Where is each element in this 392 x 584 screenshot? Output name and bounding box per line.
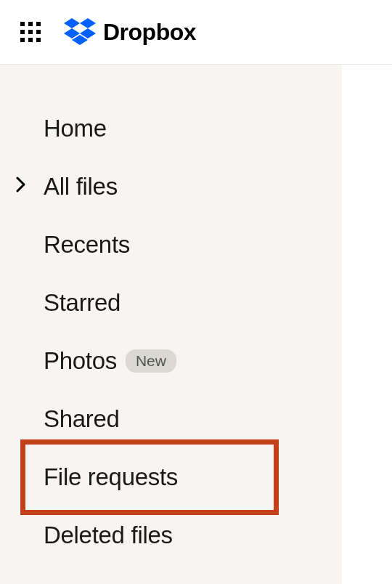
new-badge: New <box>126 349 176 373</box>
sidebar-item-label: Starred <box>44 289 121 317</box>
sidebar-item-label: File requests <box>44 463 178 491</box>
dropbox-glyph-icon <box>64 18 96 46</box>
sidebar-item-shared[interactable]: Shared <box>0 390 342 448</box>
sidebar-item-photos[interactable]: Photos New <box>0 332 342 390</box>
sidebar-item-file-requests[interactable]: File requests <box>0 448 342 506</box>
sidebar-item-label: Photos <box>44 347 117 375</box>
sidebar-item-label: Recents <box>44 231 130 259</box>
sidebar-item-label: All files <box>44 173 118 200</box>
sidebar-item-recents[interactable]: Recents <box>0 216 342 274</box>
sidebar-item-label: Deleted files <box>44 522 173 549</box>
dropbox-logo[interactable]: Dropbox <box>64 18 196 46</box>
sidebar-item-starred[interactable]: Starred <box>0 274 342 332</box>
brand-name: Dropbox <box>103 19 196 46</box>
sidebar-item-deleted-files[interactable]: Deleted files <box>0 506 342 564</box>
sidebar-item-label: Shared <box>44 405 120 433</box>
content-area: Home All files Recents Starred Photos Ne… <box>0 65 392 584</box>
main-content-panel <box>342 65 392 584</box>
top-header: Dropbox <box>0 0 392 65</box>
sidebar-nav: Home All files Recents Starred Photos Ne… <box>0 65 342 584</box>
sidebar-item-all-files[interactable]: All files <box>0 158 342 216</box>
app-switcher-icon[interactable] <box>20 22 41 42</box>
sidebar-item-label: Home <box>44 115 107 142</box>
chevron-right-icon <box>16 177 26 197</box>
sidebar-item-home[interactable]: Home <box>0 100 342 158</box>
